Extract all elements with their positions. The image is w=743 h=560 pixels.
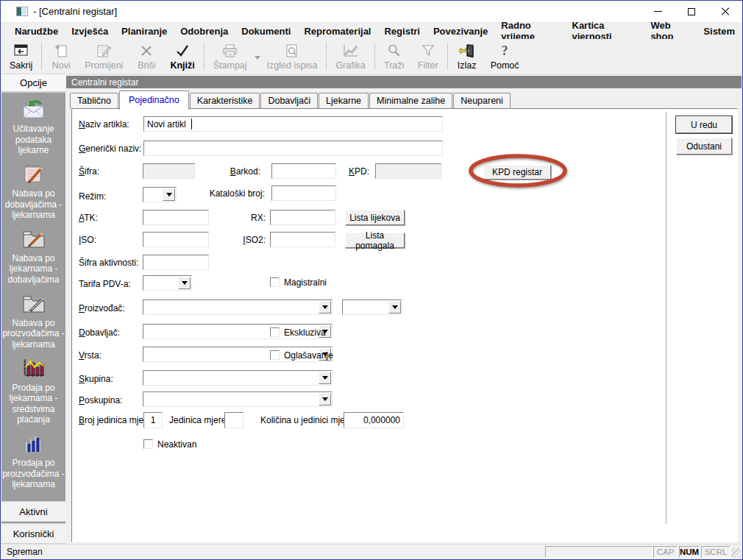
sidebar-item-ucitavanje[interactable]: Učitavanje podataka ljekarne xyxy=(1,98,65,156)
pomoc-button[interactable]: ? Pomoć xyxy=(484,40,526,72)
proizvodac-extra-combobox[interactable] xyxy=(342,300,402,315)
toolbar-label: Grafika xyxy=(335,60,365,71)
sidebar-item-nabava-ljekarne[interactable]: Nabava po ljekarnama - dobavljačima xyxy=(1,227,65,286)
trazi-button[interactable]: Traži xyxy=(377,40,411,72)
sifra-aktivnosti-label: Šifra aktivnosti: xyxy=(79,258,138,268)
lista-lijekova-button[interactable]: Lista lijekova xyxy=(345,210,405,225)
rx-input[interactable] xyxy=(270,210,335,225)
stampaj-dropdown-icon[interactable] xyxy=(255,56,260,63)
menu-planiranje[interactable]: Planiranje xyxy=(115,24,174,38)
jedinica-mjere-input[interactable] xyxy=(224,412,243,428)
brisi-button[interactable]: Briši xyxy=(129,40,163,72)
opcije-button[interactable]: Opcije xyxy=(1,74,65,93)
tab-minimalne-zalihe[interactable]: Minimalne zalihe xyxy=(369,93,452,109)
svg-text:?: ? xyxy=(502,43,508,58)
vrsta-label: Vrsta: xyxy=(79,350,102,361)
ekskluziva-checkbox[interactable] xyxy=(270,327,280,337)
filter-button[interactable]: Filter xyxy=(411,40,445,72)
menu-dokumenti[interactable]: Dokumenti xyxy=(235,24,297,38)
korisnicki-button[interactable]: Korisnički xyxy=(1,523,65,544)
stampaj-button[interactable]: Štampaj xyxy=(207,41,254,72)
genericki-naziv-input[interactable] xyxy=(143,141,443,156)
sifra-aktivnosti-input[interactable] xyxy=(143,255,209,270)
search-icon xyxy=(384,42,405,60)
toolbar-label: Novi xyxy=(52,60,71,71)
sidebar-item-prodaja-proizvodaci[interactable]: Prodaja po proizvođačima - ljekarnama xyxy=(1,432,65,490)
tarifa-pdv-label: Tarifa PDV-a: xyxy=(79,279,131,289)
menu-sistem[interactable]: Sistem xyxy=(697,24,742,38)
promijeni-button[interactable]: Promijeni xyxy=(78,40,129,72)
tab-neupareni[interactable]: Neupareni xyxy=(453,93,511,109)
knjizi-button[interactable]: Knjiži xyxy=(163,40,201,72)
barkod-input[interactable] xyxy=(271,163,336,179)
folder-pencil-icon xyxy=(21,227,47,252)
kpd-registar-button[interactable]: KPD registar xyxy=(483,165,551,180)
menu-izvjesca[interactable]: Izvješća xyxy=(65,24,115,38)
genericki-naziv-label: Generički naziv: xyxy=(79,143,141,154)
odustani-button[interactable]: Odustani xyxy=(676,138,732,155)
neaktivan-checkbox[interactable] xyxy=(143,439,153,449)
izgled-ispisa-button[interactable]: Izgled ispisa xyxy=(260,40,324,72)
sidebar-item-nabava-dobavljaci[interactable]: Nabava po dobavljačima - ljekarnama xyxy=(1,163,65,221)
envelope-download-icon xyxy=(21,98,47,122)
oglasavanje-checkbox[interactable] xyxy=(270,350,280,360)
kpd-input xyxy=(375,163,441,179)
chevron-down-icon[interactable] xyxy=(319,301,331,313)
kataloski-broj-input[interactable] xyxy=(271,185,336,201)
tab-pojedinacno[interactable]: Pojedinačno xyxy=(119,91,189,110)
rezim-combobox[interactable] xyxy=(143,187,177,202)
chevron-down-icon[interactable] xyxy=(319,372,331,384)
novi-button[interactable]: Novi xyxy=(44,40,78,72)
skupina-combobox[interactable] xyxy=(143,370,333,386)
main-area: Centralni registar Tablično Pojedinačno … xyxy=(65,74,742,544)
iso2-input[interactable] xyxy=(270,232,335,247)
oglasavanje-label: Oglašavanje xyxy=(284,350,333,361)
magistralni-checkbox[interactable] xyxy=(270,277,280,287)
sidebar-item-prodaja-ljekarne[interactable]: Prodaja po ljekarnama - sredstvima plaća… xyxy=(1,357,65,426)
menu-narudzbe[interactable]: Narudžbe xyxy=(8,24,65,38)
kataloski-broj-label: Kataloški broj: xyxy=(197,188,265,199)
resize-grip[interactable] xyxy=(731,548,741,558)
grafika-button[interactable]: Grafika xyxy=(329,40,372,72)
chevron-down-icon[interactable] xyxy=(178,277,191,289)
atk-label: ATK: xyxy=(79,213,98,223)
poskupina-combobox[interactable] xyxy=(143,391,333,407)
menu-odobrenja[interactable]: Odobrenja xyxy=(174,24,235,38)
tab-ljekarne[interactable]: Ljekarne xyxy=(319,93,369,109)
window-title: - [Centralni registar] xyxy=(33,6,117,17)
sakrij-button[interactable]: Sakrij xyxy=(3,40,39,72)
atk-input[interactable] xyxy=(143,210,209,225)
broj-jedinica-mjere-input[interactable] xyxy=(143,412,163,428)
u-redu-button[interactable]: U redu xyxy=(676,116,732,133)
tab-tablicno[interactable]: Tablično xyxy=(70,93,118,109)
aktivni-button[interactable]: Aktivni xyxy=(1,501,65,522)
sidebar-item-label: Nabava po proizvođačima - ljekarnama xyxy=(1,316,65,350)
poskupina-label: Poskupina: xyxy=(79,395,122,405)
menu-repromaterijal[interactable]: Repromaterijal xyxy=(297,24,377,38)
tarifa-pdv-combobox[interactable] xyxy=(143,275,192,291)
toolbar-label: Sakrij xyxy=(10,60,32,71)
chevron-down-icon[interactable] xyxy=(319,393,331,405)
tab-karakteristike[interactable]: Karakteristike xyxy=(190,93,260,109)
sidebar-item-label: Učitavanje podataka ljekarne xyxy=(1,122,65,156)
num-lock-indicator: NUM xyxy=(679,546,700,558)
close-button[interactable] xyxy=(708,1,742,22)
sidebar-item-nabava-proizvodaci[interactable]: Nabava po proizvođačima - ljekarnama xyxy=(1,292,65,350)
toolbar-label: Promijeni xyxy=(85,60,123,71)
menu-registri[interactable]: Registri xyxy=(377,24,426,38)
chart-icon xyxy=(341,42,361,60)
help-question-icon: ? xyxy=(494,42,515,60)
chevron-down-icon[interactable] xyxy=(388,301,401,313)
izlaz-button[interactable]: Izlaz xyxy=(450,40,484,72)
kolicina-input[interactable] xyxy=(344,412,404,428)
menu-povezivanje[interactable]: Povezivanje xyxy=(427,24,494,38)
chevron-down-icon[interactable] xyxy=(163,188,175,201)
toolbar-label: Štampaj xyxy=(213,60,247,71)
lista-pomagala-button[interactable]: Lista pomagala xyxy=(345,233,405,248)
tab-dobavljaci[interactable]: Dobavljači xyxy=(260,93,318,109)
broj-jedinica-mjere-label: Broj jedinica mjere: xyxy=(79,415,154,425)
naziv-artikla-input[interactable] xyxy=(143,116,443,132)
iso-input[interactable] xyxy=(143,232,209,247)
proizvodac-combobox[interactable] xyxy=(143,300,333,315)
close-icon xyxy=(721,7,730,16)
